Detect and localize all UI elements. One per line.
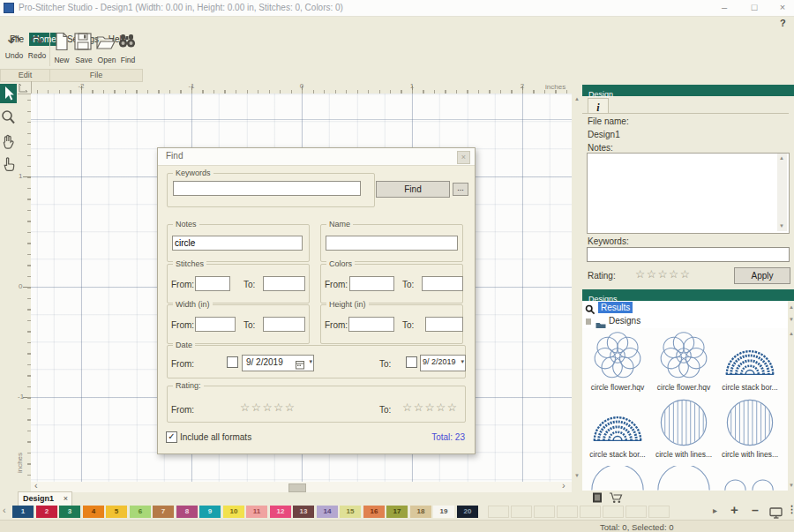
hscroll-thumb[interactable] xyxy=(288,483,306,492)
scroll-down-icon[interactable]: ▼ xyxy=(779,223,784,229)
palette-swatch[interactable]: 16 xyxy=(363,506,385,518)
rating-from-stars[interactable]: ☆☆☆☆☆ xyxy=(240,401,296,414)
palette-swatch[interactable]: 5 xyxy=(106,506,127,518)
find-name-input[interactable] xyxy=(326,236,458,251)
width-to-input[interactable] xyxy=(263,317,305,332)
scroll-right-icon[interactable]: › xyxy=(562,480,566,491)
scroll-down-icon[interactable]: ▼ xyxy=(574,473,580,478)
palette-empty-slot[interactable] xyxy=(603,506,624,518)
palette-empty-slot[interactable] xyxy=(580,506,601,518)
design-thumbnail-lines-circle[interactable] xyxy=(654,397,714,452)
open-button[interactable]: Open xyxy=(94,32,119,64)
keywords-input[interactable] xyxy=(587,247,790,262)
pan-tool[interactable] xyxy=(0,132,17,152)
palette-swatch[interactable]: 18 xyxy=(410,506,431,518)
palette-empty-slot[interactable] xyxy=(625,506,647,518)
info-tab[interactable]: i xyxy=(588,98,609,114)
tree-root-label[interactable]: Designs xyxy=(609,316,640,326)
include-all-formats-checkbox[interactable]: ✓ xyxy=(166,431,177,443)
select-tool[interactable] xyxy=(0,84,17,103)
palette-scroll-left-icon[interactable]: ‹ xyxy=(3,505,6,515)
palette-swatch[interactable]: 8 xyxy=(176,506,198,518)
date-from-checkbox[interactable] xyxy=(227,356,238,368)
search-input-selected-text[interactable]: Results xyxy=(598,302,633,313)
tree-scroll-up-icon[interactable]: ▲ xyxy=(789,304,794,310)
palette-play-icon[interactable]: ▸ xyxy=(713,506,717,515)
design-thumbnail-arch[interactable] xyxy=(720,331,780,384)
find-notes-input[interactable] xyxy=(172,236,303,251)
palette-empty-slot[interactable] xyxy=(488,506,509,518)
stitches-from-input[interactable] xyxy=(195,276,230,291)
thumbnail-label[interactable]: circle stack bor... xyxy=(588,450,648,459)
zoom-out-icon[interactable]: – xyxy=(752,503,759,517)
palette-swatch[interactable]: 1 xyxy=(12,506,34,518)
palette-swatch[interactable]: 14 xyxy=(317,506,338,518)
more-options-icon[interactable]: ⋮ xyxy=(787,504,794,515)
scroll-left-icon[interactable]: ‹ xyxy=(34,480,38,491)
rating-stars[interactable]: ☆☆☆☆☆ xyxy=(635,267,692,281)
palette-swatch[interactable]: 20 xyxy=(457,506,478,518)
palette-swatch[interactable]: 9 xyxy=(199,506,221,518)
notes-scrollbar[interactable]: ▲ ▼ xyxy=(777,154,787,231)
design-search-row[interactable]: Results xyxy=(582,301,788,315)
design-thumbnail-arch[interactable] xyxy=(588,397,648,450)
date-to-checkbox[interactable] xyxy=(406,356,417,368)
undo-button[interactable]: ↶ Undo xyxy=(3,32,26,60)
dialog-close-icon[interactable]: × xyxy=(457,151,470,164)
document-tab[interactable]: Design1 × xyxy=(18,491,72,506)
new-button[interactable]: New xyxy=(51,32,72,64)
thumbnail-label[interactable]: circle stack bor... xyxy=(720,383,780,392)
tab-close-icon[interactable]: × xyxy=(64,494,68,503)
palette-swatch[interactable]: 2 xyxy=(36,506,57,518)
palette-empty-slot[interactable] xyxy=(557,506,578,518)
date-from-field[interactable]: 9/ 2/2019 ▾ xyxy=(242,355,314,371)
canvas-hscrollbar[interactable]: ‹ › xyxy=(31,482,572,492)
scroll-up-icon[interactable]: ▲ xyxy=(574,96,580,101)
touch-tool[interactable] xyxy=(0,155,17,175)
palette-swatch[interactable]: 4 xyxy=(83,506,104,518)
apply-button[interactable]: Apply xyxy=(734,267,790,284)
palette-swatch[interactable]: 17 xyxy=(386,506,408,518)
find-more-button[interactable]: ... xyxy=(453,183,468,196)
find-keywords-input[interactable] xyxy=(173,181,361,196)
scroll-up-icon[interactable]: ▲ xyxy=(779,155,784,161)
design-thumbnail-flower[interactable] xyxy=(654,331,714,384)
thumbs-scroll-up-icon[interactable]: ▲ xyxy=(789,331,794,336)
include-all-formats-label[interactable]: Include all formats xyxy=(180,432,251,442)
date-to-field[interactable]: 9/ 2/2019 ▾ xyxy=(420,355,466,371)
maximize-button[interactable]: □ xyxy=(741,0,768,15)
design-tree-row[interactable]: Designs xyxy=(582,315,788,328)
find-button[interactable]: Find xyxy=(116,32,139,64)
colors-to-input[interactable] xyxy=(422,276,463,291)
palette-swatch[interactable]: 19 xyxy=(433,506,454,518)
tree-scroll-down-icon[interactable]: ▼ xyxy=(789,317,794,322)
design-thumbnail-partial[interactable] xyxy=(720,473,780,491)
palette-swatch[interactable]: 6 xyxy=(130,506,151,518)
find-search-button[interactable]: Find xyxy=(376,181,450,198)
height-to-input[interactable] xyxy=(425,317,463,332)
design-thumbnail-flower[interactable] xyxy=(588,331,648,384)
calendar-dropdown-icon[interactable]: ▾ xyxy=(309,358,312,365)
zoom-tool[interactable] xyxy=(0,109,17,128)
palette-swatch[interactable]: 7 xyxy=(153,506,174,518)
palette-swatch[interactable]: 11 xyxy=(246,506,267,518)
palette-swatch[interactable]: 12 xyxy=(270,506,291,518)
zoom-in-icon[interactable]: + xyxy=(730,502,738,517)
save-button[interactable]: Save xyxy=(72,32,95,64)
thumbnail-label[interactable]: circle with lines... xyxy=(654,450,714,459)
thumbnail-label[interactable]: circle with lines... xyxy=(720,450,780,459)
palette-swatch[interactable]: 15 xyxy=(340,506,361,518)
close-button[interactable]: × xyxy=(769,0,794,15)
stitches-to-input[interactable] xyxy=(263,276,305,291)
calendar-dropdown-icon[interactable]: ▾ xyxy=(461,358,464,365)
canvas-vscrollbar[interactable]: ▲ ▼ xyxy=(572,94,582,482)
thumbnail-label[interactable]: circle flower.hqv xyxy=(588,383,648,392)
width-from-input[interactable] xyxy=(195,317,236,332)
tree-expander-icon[interactable] xyxy=(586,318,591,325)
palette-swatch[interactable]: 3 xyxy=(59,506,80,518)
rating-to-stars[interactable]: ☆☆☆☆☆ xyxy=(402,401,459,414)
minimize-button[interactable]: – xyxy=(711,0,738,15)
redo-button[interactable]: ↷ Redo xyxy=(26,32,49,60)
design-thumbnail-lines-circle[interactable] xyxy=(720,397,780,452)
height-from-input[interactable] xyxy=(348,317,394,332)
